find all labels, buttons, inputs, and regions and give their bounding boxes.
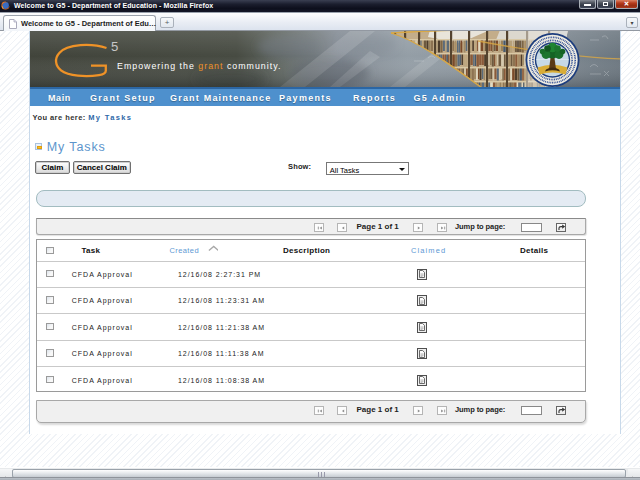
svg-text:Empowering the grant community: Empowering the grant community. (117, 61, 281, 71)
svg-text:5: 5 (111, 39, 118, 54)
